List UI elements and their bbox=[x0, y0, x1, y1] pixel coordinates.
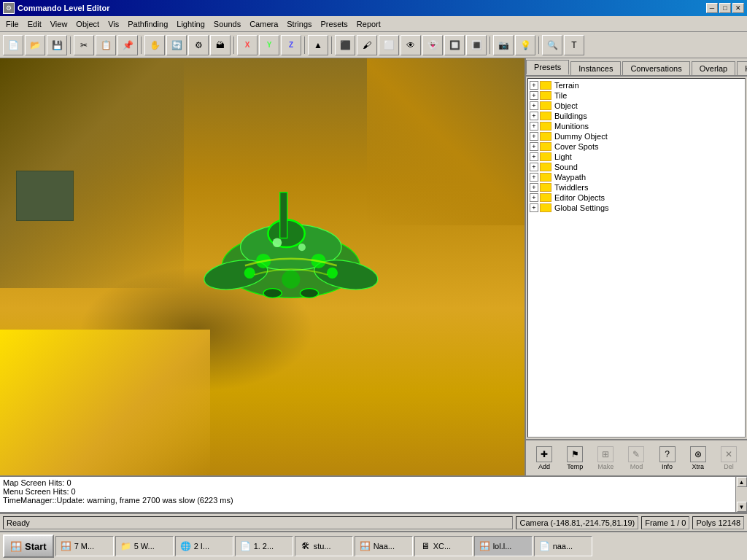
taskbar-icon-6: 🖥 bbox=[419, 540, 431, 552]
toolbar-z-axis[interactable]: Z bbox=[281, 35, 301, 55]
toolbar-open[interactable]: 📂 bbox=[25, 35, 45, 55]
svg-point-13 bbox=[263, 289, 282, 298]
tree-expand-light[interactable]: + bbox=[530, 152, 538, 161]
toolbar-view[interactable]: 🔍 bbox=[542, 35, 562, 55]
menu-view[interactable]: View bbox=[46, 18, 72, 30]
tree-item-dummy[interactable]: + Dummy Object bbox=[530, 131, 743, 141]
toolbar-paste[interactable]: 📌 bbox=[117, 35, 138, 55]
viewport[interactable] bbox=[0, 58, 525, 475]
toolbar-y-axis[interactable]: Y bbox=[259, 35, 279, 55]
toolbar-terrain[interactable]: 🏔 bbox=[210, 35, 231, 55]
tree-item-sound[interactable]: + Sound bbox=[530, 162, 743, 172]
tree-item-terrain[interactable]: + Terrain bbox=[530, 80, 743, 90]
toolbar-light-tool[interactable]: 💡 bbox=[515, 35, 535, 55]
tree-expand-sound[interactable]: + bbox=[530, 163, 538, 171]
toolbar-up[interactable]: ▲ bbox=[308, 35, 328, 55]
toolbar-render[interactable]: 👁 bbox=[400, 35, 421, 55]
toolbar-obj2[interactable]: 🔲 bbox=[444, 35, 465, 55]
panel-xtra-button[interactable]: ⊛ Xtra bbox=[686, 445, 710, 472]
tab-instances[interactable]: Instances bbox=[570, 61, 621, 75]
panel-info-button[interactable]: ? Info bbox=[656, 445, 679, 472]
scroll-down-button[interactable]: ▼ bbox=[737, 502, 747, 512]
close-button[interactable]: ✕ bbox=[732, 3, 744, 13]
toolbar-paint[interactable]: 🖌 bbox=[357, 35, 377, 55]
tree-expand-editor-objects[interactable]: + bbox=[530, 193, 538, 202]
taskbar-icon-3: 📄 bbox=[240, 540, 252, 552]
toolbar-select[interactable]: ⬛ bbox=[335, 35, 355, 55]
taskbar-item-4[interactable]: 🛠 stu... bbox=[295, 536, 353, 556]
panel-temp-button[interactable]: ⚑ Temp bbox=[563, 445, 587, 472]
taskbar-label-1: 5 W... bbox=[134, 542, 155, 551]
toolbar-cut[interactable]: ✂ bbox=[74, 35, 94, 55]
tree-view[interactable]: + Terrain + Tile + Object + Buildings + bbox=[527, 78, 746, 438]
taskbar-label-4: stu... bbox=[314, 542, 331, 551]
panel-add-button[interactable]: ✚ Add bbox=[533, 445, 556, 472]
tab-conversations[interactable]: Conversations bbox=[622, 61, 689, 75]
maximize-button[interactable]: □ bbox=[719, 3, 731, 13]
menu-strings[interactable]: Strings bbox=[282, 18, 316, 30]
menu-object[interactable]: Object bbox=[71, 18, 104, 30]
tab-presets[interactable]: Presets bbox=[526, 60, 569, 75]
toolbar-obj3[interactable]: 🔳 bbox=[466, 35, 487, 55]
taskbar-item-6[interactable]: 🖥 XC... bbox=[414, 536, 473, 556]
tree-expand-waypath[interactable]: + bbox=[530, 173, 538, 182]
taskbar-item-8[interactable]: 📄 naa... bbox=[534, 536, 592, 556]
taskbar-item-7[interactable]: 🪟 lol.l... bbox=[474, 536, 533, 556]
tree-expand-tile[interactable]: + bbox=[530, 91, 538, 100]
toolbar-text[interactable]: T bbox=[564, 35, 584, 55]
menu-presets[interactable]: Presets bbox=[317, 18, 352, 30]
tab-overlap[interactable]: Overlap bbox=[692, 61, 736, 75]
taskbar-item-2[interactable]: 🌐 2 I... bbox=[175, 536, 233, 556]
tree-item-coverspots[interactable]: + Cover Spots bbox=[530, 141, 743, 152]
toolbar-wire[interactable]: ⬜ bbox=[379, 35, 399, 55]
toolbar-save[interactable]: 💾 bbox=[47, 35, 67, 55]
taskbar-item-1[interactable]: 📁 5 W... bbox=[115, 536, 174, 556]
menu-lighting[interactable]: Lighting bbox=[172, 18, 209, 30]
tree-expand-munitions[interactable]: + bbox=[530, 122, 538, 131]
toolbar-hide[interactable]: 👻 bbox=[422, 35, 443, 55]
menu-report[interactable]: Report bbox=[352, 18, 385, 30]
menu-sounds[interactable]: Sounds bbox=[209, 18, 245, 30]
tree-item-global[interactable]: + Global Settings bbox=[530, 203, 743, 213]
toolbar-new[interactable]: 📄 bbox=[3, 35, 23, 55]
log-line1: Map Screen Hits: 0 bbox=[3, 478, 744, 487]
menu-camera[interactable]: Camera bbox=[245, 18, 282, 30]
menu-edit[interactable]: Edit bbox=[23, 18, 46, 30]
menu-vis[interactable]: Vis bbox=[104, 18, 123, 30]
toolbar-rotate[interactable]: 🔄 bbox=[166, 35, 187, 55]
tree-item-twiddlers[interactable]: + Twiddlers bbox=[530, 182, 743, 192]
taskbar-item-5[interactable]: 🪟 Naa... bbox=[355, 536, 413, 556]
tree-expand-coverspots[interactable]: + bbox=[530, 142, 538, 151]
tree-item-munitions[interactable]: + Munitions bbox=[530, 121, 743, 131]
toolbar-scale[interactable]: ⚙ bbox=[188, 35, 209, 55]
toolbar-move[interactable]: ✋ bbox=[144, 35, 165, 55]
tree-expand-dummy[interactable]: + bbox=[530, 132, 538, 141]
tree-expand-twiddlers[interactable]: + bbox=[530, 183, 538, 192]
tree-item-editor-objects[interactable]: + Editor Objects bbox=[530, 192, 743, 203]
tree-expand-object[interactable]: + bbox=[530, 101, 538, 110]
taskbar-item-3[interactable]: 📄 1. 2... bbox=[235, 536, 293, 556]
status-polys: Polys 12148 bbox=[692, 516, 744, 529]
tree-item-waypath[interactable]: + Waypath bbox=[530, 172, 743, 182]
menu-file[interactable]: File bbox=[1, 18, 23, 30]
scroll-up-button[interactable]: ▲ bbox=[737, 477, 747, 487]
taskbar-icon-8: 📄 bbox=[539, 540, 551, 552]
start-button[interactable]: 🪟 Start bbox=[3, 534, 54, 558]
menu-pathfinding[interactable]: Pathfinding bbox=[123, 18, 172, 30]
tab-heightfield[interactable]: Heightfield bbox=[737, 61, 747, 75]
tree-item-buildings[interactable]: + Buildings bbox=[530, 111, 743, 121]
panel-del-button: ✕ Del bbox=[717, 445, 740, 472]
tree-label-tile: Tile bbox=[554, 91, 567, 100]
toolbar-x-axis[interactable]: X bbox=[237, 35, 258, 55]
minimize-button[interactable]: ─ bbox=[706, 3, 718, 13]
tree-item-object[interactable]: + Object bbox=[530, 101, 743, 111]
taskbar-item-0[interactable]: 🪟 7 M... bbox=[55, 536, 114, 556]
tree-item-light[interactable]: + Light bbox=[530, 152, 743, 162]
tree-item-tile[interactable]: + Tile bbox=[530, 90, 743, 101]
toolbar-camera[interactable]: 📷 bbox=[493, 35, 514, 55]
tree-expand-global[interactable]: + bbox=[530, 203, 538, 212]
tree-label-light: Light bbox=[554, 152, 572, 161]
tree-expand-buildings[interactable]: + bbox=[530, 112, 538, 120]
tree-expand-terrain[interactable]: + bbox=[530, 81, 538, 90]
toolbar-copy[interactable]: 📋 bbox=[96, 35, 116, 55]
